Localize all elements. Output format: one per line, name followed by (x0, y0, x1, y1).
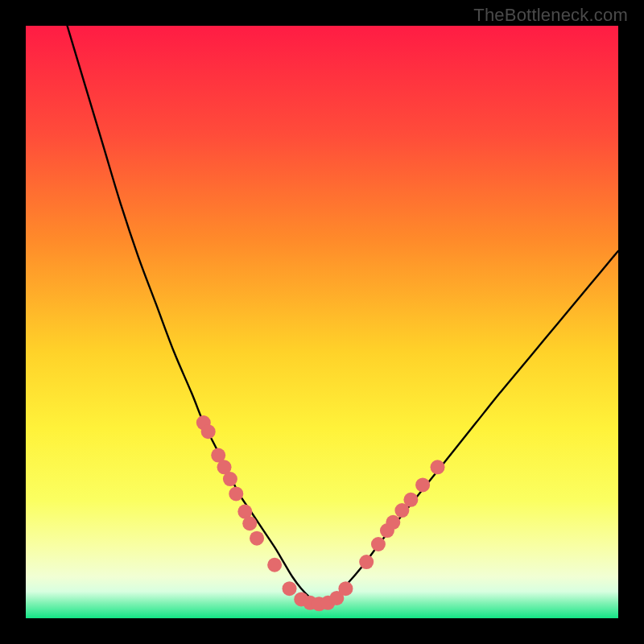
data-marker (415, 477, 430, 492)
data-marker (250, 531, 264, 546)
chart-frame: TheBottleneck.com (0, 0, 644, 644)
watermark-text: TheBottleneck.com (473, 5, 628, 26)
bottleneck-curve (68, 26, 618, 604)
data-marker (431, 460, 445, 474)
data-marker (223, 472, 237, 486)
data-marker (371, 537, 386, 551)
data-marker (229, 486, 243, 501)
data-marker (386, 515, 400, 530)
data-marker (338, 581, 353, 596)
data-marker (283, 581, 297, 596)
data-marker (403, 493, 418, 507)
curve-layer (26, 26, 618, 618)
data-marker (359, 555, 374, 569)
data-marker (242, 516, 257, 530)
data-marker (267, 558, 282, 572)
plot-area (26, 26, 618, 618)
marker-group (196, 415, 445, 611)
data-marker (201, 424, 216, 439)
